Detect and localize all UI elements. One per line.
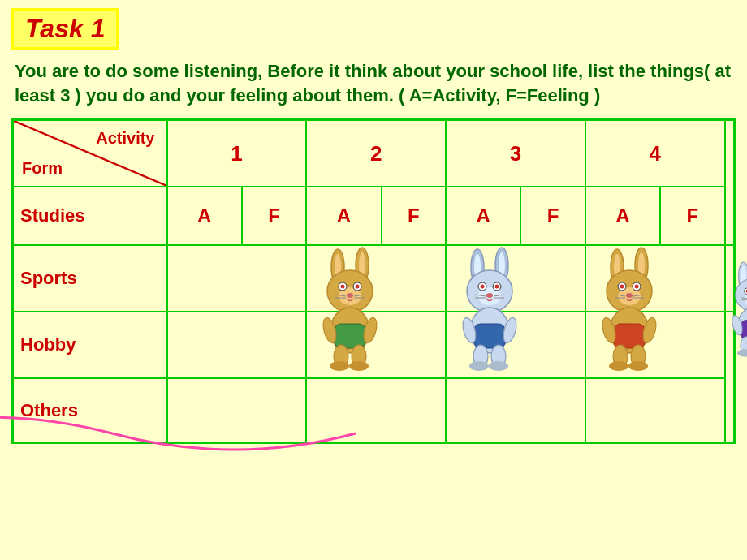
svg-point-8 xyxy=(341,284,345,288)
hobby-label: Hobby xyxy=(13,312,167,378)
svg-point-69 xyxy=(628,361,648,371)
sports-col2 xyxy=(306,245,446,312)
col-header-1: 1 xyxy=(167,120,307,187)
task-title-box: Task 1 xyxy=(11,8,119,50)
svg-point-57 xyxy=(626,293,633,298)
rabbit3-svg xyxy=(594,243,667,373)
others-row: Others xyxy=(13,378,735,443)
studies-row: Studies A F A F A F A F xyxy=(13,187,735,245)
svg-point-54 xyxy=(620,284,624,288)
sports-row: Sports xyxy=(13,245,735,312)
svg-point-11 xyxy=(347,293,353,298)
svg-point-34 xyxy=(486,293,493,298)
col-header-4: 4 xyxy=(585,120,725,187)
rabbit3-area xyxy=(594,243,667,376)
corner-form-label: Form xyxy=(22,159,63,178)
studies-4f: F xyxy=(660,187,725,245)
svg-rect-63 xyxy=(614,324,645,348)
studies-2a: A xyxy=(306,187,381,245)
header-row: Activity Form 1 2 3 4 xyxy=(13,120,735,187)
others-col2 xyxy=(306,378,446,443)
studies-1a: A xyxy=(167,187,242,245)
col-header-2: 2 xyxy=(306,120,446,187)
svg-rect-17 xyxy=(335,324,365,348)
rabbit4-svg: 2 xyxy=(726,243,748,373)
sports-col3 xyxy=(446,245,585,312)
activity-table: Activity Form 1 2 3 4 Studies A F A F A … xyxy=(11,118,736,444)
svg-point-74 xyxy=(735,278,747,311)
svg-point-92 xyxy=(737,349,748,356)
page-container: Task 1 You are to do some listening, Bef… xyxy=(0,0,747,560)
jumprope-svg xyxy=(0,409,356,442)
sports-col5: 2 xyxy=(725,245,735,312)
instructions-text: You are to do some listening, Before it … xyxy=(11,59,736,107)
col-header-3: 3 xyxy=(446,120,585,187)
others-col3 xyxy=(446,378,585,443)
studies-4a: A xyxy=(585,187,660,245)
rabbit2-area xyxy=(455,243,528,376)
svg-point-46 xyxy=(489,361,508,371)
svg-point-31 xyxy=(481,284,485,288)
svg-point-56 xyxy=(634,284,638,288)
rabbit1-area xyxy=(315,243,388,376)
corner-activity-label: Activity xyxy=(96,129,154,148)
svg-point-10 xyxy=(356,284,360,288)
sports-col1 xyxy=(167,245,307,312)
svg-point-22 xyxy=(330,361,349,371)
svg-point-45 xyxy=(469,361,489,371)
svg-point-33 xyxy=(495,284,499,288)
others-col4 xyxy=(585,378,725,443)
studies-3a: A xyxy=(446,187,520,245)
svg-point-23 xyxy=(349,361,369,371)
rabbit1-svg xyxy=(315,243,388,373)
studies-3f: F xyxy=(520,187,585,245)
task-title-text: Task 1 xyxy=(25,14,105,43)
svg-rect-40 xyxy=(474,324,505,348)
rabbit4-area: 2 xyxy=(726,243,748,376)
studies-label: Studies xyxy=(13,187,167,245)
hobby-col1 xyxy=(167,312,307,378)
corner-cell: Activity Form xyxy=(13,120,167,187)
svg-point-68 xyxy=(609,361,628,371)
rabbit2-svg xyxy=(455,243,528,373)
studies-1f: F xyxy=(242,187,307,245)
sports-col4 xyxy=(585,245,725,312)
studies-2f: F xyxy=(382,187,447,245)
sports-label: Sports xyxy=(13,245,167,312)
